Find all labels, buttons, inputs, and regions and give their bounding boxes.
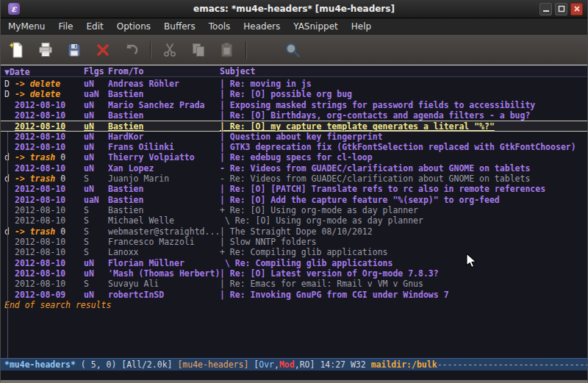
end-of-results-label: End of search results [4, 300, 111, 310]
menu-item-yasnippet[interactable]: YASnippet [288, 20, 343, 33]
modeline-readonly-indicator: RO [300, 359, 310, 370]
message-flags: S [84, 205, 89, 215]
menu-item-mymenu[interactable]: MyMenu [3, 20, 50, 33]
message-from: 'Mash (Thomas Herbert) [108, 268, 219, 279]
message-row[interactable]: d -> trash 0Swebmaster@straightd...| The… [1, 226, 587, 237]
message-subject: | GTK3 deprecation fix (GtkFontSelection… [220, 142, 587, 152]
message-row[interactable]: 2012-08-10uNBastien| Re: [O] Birthdays, … [1, 110, 587, 121]
message-subject: \ Re: [O] Using org-mode as day planner [220, 215, 587, 226]
message-date: 2012-08-10 [15, 132, 65, 142]
new-file-button[interactable] [7, 40, 27, 60]
menu-item-headers[interactable]: Headers [238, 20, 285, 33]
message-mark: D -> delete [4, 89, 60, 99]
message-flags: uN [84, 184, 94, 194]
menu-item-tools[interactable]: Tools [204, 20, 236, 33]
message-row[interactable]: 2012-08-10uNFrans Oilinki| GTK3 deprecat… [1, 142, 587, 152]
message-row[interactable]: 2012-08-10SMichael Welle \ Re: [O] Using… [1, 215, 587, 226]
column-header-subject[interactable]: Subject [220, 66, 255, 76]
maximize-button[interactable] [555, 3, 567, 15]
paste-button[interactable] [217, 40, 237, 60]
modeline-overwrite-indicator: Ovr [259, 359, 274, 370]
message-row[interactable]: 2012-08-10uNMario Sanchez Prada| Exposin… [1, 100, 587, 110]
modeline-bracket: ] [310, 359, 320, 370]
message-row[interactable]: 2012-08-10uNXan Lopez- Re: Videos from G… [1, 163, 587, 173]
message-from: Thierry Volpiatto [108, 152, 219, 162]
message-date: 2012-08-09 [15, 290, 65, 300]
message-date: 2012-08-10 [15, 163, 65, 173]
message-row[interactable]: 2012-08-10uaNBastien| Re: [O] Add the ca… [1, 195, 587, 205]
message-flags: S [84, 226, 89, 237]
message-subject: | Slow NNTP folders [220, 237, 587, 247]
modeline-major-mode: [mu4e-headers] [177, 359, 254, 370]
message-mark: d -> trash 0 [4, 152, 65, 162]
minimize-button[interactable] [539, 3, 552, 15]
cut-button[interactable] [159, 40, 180, 60]
message-date: 2012-08-10 [15, 215, 65, 226]
message-from: Bastien [108, 89, 219, 99]
message-row[interactable]: 2012-08-10uN'Mash (Thomas Herbert)| Re: … [1, 268, 587, 279]
message-row[interactable]: D -> deleteuaNBastien| Re: [O] possible … [1, 89, 587, 99]
modeline-time: 14:27 [320, 359, 351, 370]
toolbar-separator [150, 41, 151, 59]
column-header-from[interactable]: From/To [108, 66, 143, 76]
undo-icon [123, 41, 140, 59]
message-row[interactable]: 2012-08-10uNHardKor| Question about key … [1, 132, 587, 142]
minimize-icon [542, 5, 550, 12]
message-subject: - Re: Videos from GUADEC/clarification a… [220, 163, 587, 173]
message-mark: d -> trash 0 [4, 173, 65, 184]
message-from: Mario Sanchez Prada [108, 100, 219, 110]
modeline-comma: , [295, 359, 300, 370]
emacs-icon: ε [8, 3, 20, 15]
message-row[interactable]: 2012-08-10uNBastien| Re: [O] my capture … [1, 121, 587, 131]
modeline-size: [All/2.0k] [121, 359, 177, 370]
message-row[interactable]: D -> deleteuNAndreas Röhler| Re: moving … [1, 79, 587, 89]
close-buffer-button[interactable] [93, 40, 113, 60]
mode-line[interactable]: *mu4e-headers* ( 5, 0) [All/2.0k] [mu4e-… [1, 358, 587, 371]
window-controls [539, 3, 583, 15]
message-from: Lanoxx [108, 247, 219, 257]
modeline-maildir: maildir:/bulk [371, 359, 437, 370]
print-button[interactable] [35, 40, 56, 60]
message-flags: uN [84, 258, 94, 268]
message-row[interactable]: 2012-08-10SLanoxx+ Re: Compiling glib ap… [1, 247, 587, 257]
message-flags: uN [84, 268, 94, 279]
menu-item-file[interactable]: File [53, 20, 78, 33]
modeline-position: ( 5, 0) [76, 359, 121, 370]
cut-icon [161, 41, 179, 59]
save-button[interactable] [64, 40, 85, 60]
maximize-icon [558, 5, 565, 12]
message-row[interactable]: d -> trash 0SJuanjo Marin- Re: Videos fr… [1, 173, 587, 184]
message-row[interactable]: 2012-08-10uNBastien| Re: [O] [PATCH] Tra… [1, 184, 587, 194]
title-bar[interactable]: ε emacs: *mu4e-headers* [mu4e-headers] [1, 0, 587, 18]
search-button[interactable] [282, 40, 303, 60]
column-header-flags[interactable]: Flgs [84, 66, 104, 76]
copy-button[interactable] [188, 40, 209, 60]
menu-item-edit[interactable]: Edit [82, 20, 109, 33]
message-row[interactable]: 2012-08-10SSuvayu Ali| Re: Emacs for ema… [1, 279, 587, 289]
message-subject: + Re: Compiling glib applications [220, 247, 587, 257]
menu-item-buffers[interactable]: Buffers [159, 20, 201, 33]
close-button[interactable] [570, 3, 583, 15]
message-row[interactable]: d -> trash 0uNThierry Volpiatto| Re: ede… [1, 152, 587, 162]
message-from: Michael Welle [108, 215, 219, 226]
message-flags: uN [84, 110, 94, 121]
message-subject: | Re: [O] Birthdays, org-contacts and ag… [220, 110, 587, 121]
undo-button[interactable] [121, 40, 142, 60]
menu-item-help[interactable]: Help [346, 20, 376, 33]
menu-item-options[interactable]: Options [112, 20, 156, 33]
message-date: 2012-08-10 [15, 258, 65, 268]
echo-area[interactable] [1, 371, 587, 380]
message-from: robertcInSD [108, 290, 219, 300]
message-row[interactable]: 2012-08-09uNrobertcInSD| Re: Invoking Gn… [1, 290, 587, 300]
message-date: 2012-08-10 [15, 121, 65, 132]
message-row[interactable]: 2012-08-10uNFlorian Müllner \ Re: Compil… [1, 258, 587, 268]
toolbar-separator [245, 41, 247, 59]
headers-header-line: ▼ Date Flgs From/To Subject [1, 65, 587, 77]
message-flags: uN [84, 121, 94, 132]
save-icon [65, 41, 83, 59]
message-row[interactable]: 2012-08-10SFrancesco Mazzoli| Slow NNTP … [1, 237, 587, 247]
message-row[interactable]: 2012-08-10SBastien+ Re: [O] Using org-mo… [1, 205, 587, 215]
message-flags: S [84, 215, 89, 226]
message-mark: d -> trash 0 [4, 226, 65, 237]
column-header-date[interactable]: ▼ Date [4, 66, 10, 76]
